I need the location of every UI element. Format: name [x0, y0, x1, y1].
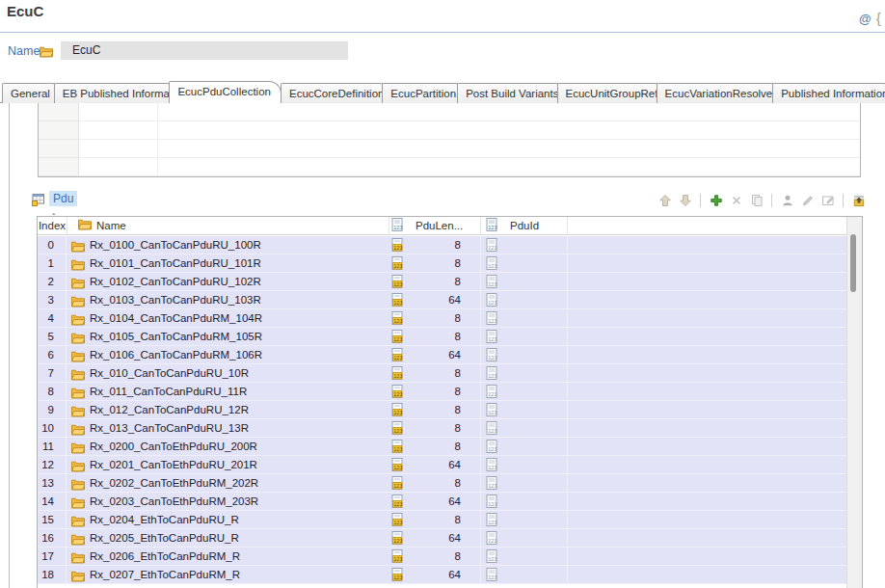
annotation-icon[interactable]: @	[859, 12, 872, 26]
svg-text:123: 123	[393, 336, 402, 342]
table-row[interactable]: 10Rx_013_CanToCanPduRU_13R1238123	[38, 419, 846, 438]
table-row[interactable]: 4Rx_0104_CanToCanPduRM_104R1238123	[38, 309, 846, 328]
column-divider	[567, 456, 568, 473]
table-row[interactable]: 18Rx_0207_EthToCanPduRM_R12364123	[38, 566, 846, 584]
tab-ecucpducollection[interactable]: EcucPduCollection	[169, 81, 282, 103]
column-header-name[interactable]: Name	[67, 217, 126, 234]
svg-text:123: 123	[488, 336, 496, 342]
tab-ecuccoredefinition[interactable]: EcucCoreDefinition	[281, 83, 383, 103]
table-row[interactable]: 17Rx_0206_EthToCanPduRM_R1238123	[38, 548, 846, 566]
svg-text:123: 123	[488, 501, 496, 507]
column-divider	[480, 456, 481, 473]
cell-name: Rx_012_CanToCanPduRU_12R	[90, 401, 249, 418]
cell-name: Rx_0101_CanToCanPduRU_101R	[90, 254, 261, 272]
column-divider	[66, 419, 67, 437]
svg-text:123: 123	[393, 410, 402, 415]
pdu-id-param-icon: 123	[486, 476, 497, 494]
cell-pdu-length: 8	[418, 474, 461, 492]
delete-icon[interactable]	[729, 193, 743, 207]
column-divider	[480, 419, 481, 437]
name-input[interactable]: EcuC	[61, 41, 348, 60]
svg-text:123: 123	[488, 391, 496, 397]
table-row[interactable]: 1Rx_0101_CanToCanPduRU_101R1238123	[38, 254, 846, 273]
tab-ecucvariationresolver[interactable]: EcucVariationResolver	[657, 83, 774, 103]
table-row[interactable]: 11Rx_0200_CanToEthPduRU_200R1238123	[38, 438, 846, 456]
table-row[interactable]: 8Rx_011_CanToCanPduRU_11R1238123	[38, 383, 846, 401]
tab-ecucpartition[interactable]: EcucPartition	[382, 83, 458, 103]
tab-bar: GeneralEB Published InformatEcucPduColle…	[2, 82, 885, 103]
brace-icon[interactable]: {	[876, 11, 881, 26]
tab-general[interactable]: General	[2, 83, 55, 103]
import-icon[interactable]	[851, 193, 866, 207]
vertical-scrollbar[interactable]	[846, 217, 862, 588]
column-header-pduid-label: PduId	[510, 220, 539, 231]
tab-post-build-variants[interactable]: Post Build Variants	[457, 83, 557, 103]
column-divider	[66, 493, 67, 510]
panel-border	[9, 103, 10, 588]
cell-index: 7	[38, 364, 54, 382]
move-down-icon[interactable]	[678, 193, 692, 207]
table-row[interactable]: 13Rx_0202_CanToEthPduRM_202R1238123	[38, 474, 846, 493]
pdu-id-param-icon: 123	[486, 531, 497, 548]
table-row[interactable]: 16Rx_0205_EthToCanPduRU_R12364123	[38, 529, 846, 548]
empty-config-table[interactable]	[38, 103, 861, 177]
pdu-length-param-icon: 123	[391, 256, 403, 274]
edit-cell-icon[interactable]	[820, 193, 835, 207]
column-divider	[567, 217, 568, 234]
empty-table-gutter	[39, 103, 79, 176]
cell-index: 13	[38, 474, 54, 492]
column-divider	[567, 493, 568, 510]
pdu-id-param-icon: 123	[486, 366, 497, 384]
table-row[interactable]: 5Rx_0105_CanToCanPduRM_105R1238123	[38, 328, 846, 346]
cell-name: Rx_0200_CanToEthPduRU_200R	[90, 438, 257, 455]
column-header-pdulength[interactable]: 123 PduLen...	[389, 217, 463, 234]
svg-text:123: 123	[393, 465, 402, 470]
column-divider	[567, 291, 568, 308]
column-divider	[567, 419, 568, 437]
svg-text:123: 123	[488, 373, 496, 379]
add-icon[interactable]	[709, 193, 723, 207]
cell-pdu-length: 8	[418, 548, 461, 565]
table-row[interactable]: 14Rx_0203_CanToEthPduRM_203R12364123	[38, 493, 846, 511]
column-header-pduid[interactable]: 123 PduId	[480, 217, 539, 234]
toolbar-separator	[843, 194, 844, 207]
table-row[interactable]: 15Rx_0204_EthToCanPduRU_R1238123	[38, 511, 846, 529]
stamp-icon[interactable]	[780, 193, 794, 207]
cell-index: 8	[38, 383, 54, 400]
tab-ecucunitgroupref[interactable]: EcucUnitGroupRef	[557, 83, 657, 103]
svg-text:123: 123	[488, 575, 496, 580]
column-header-index[interactable]: ˆ Index	[38, 217, 67, 234]
table-row[interactable]: 6Rx_0106_CanToCanPduRM_106R12364123	[38, 346, 846, 364]
cell-name: Rx_010_CanToCanPduRU_10R	[90, 364, 249, 382]
table-row[interactable]: 3Rx_0103_CanToCanPduRU_103R12364123	[38, 291, 846, 309]
cell-pdu-length: 64	[418, 291, 461, 308]
column-divider	[66, 456, 67, 473]
pdu-length-param-icon: 123	[391, 531, 403, 548]
cell-name: Rx_013_CanToCanPduRU_13R	[90, 419, 249, 437]
tab-published-information[interactable]: Published Information	[772, 83, 885, 103]
svg-text:123: 123	[488, 300, 496, 306]
column-divider	[66, 511, 67, 528]
scrollbar-thumb[interactable]	[850, 234, 856, 292]
pdu-length-param-icon: 123	[391, 549, 403, 567]
tab-eb-published-informat[interactable]: EB Published Informat	[54, 83, 171, 103]
cell-name: Rx_0103_CanToCanPduRU_103R	[90, 291, 261, 308]
table-row[interactable]: 2Rx_0102_CanToCanPduRU_102R1238123	[38, 273, 846, 291]
table-row[interactable]: 9Rx_012_CanToCanPduRU_12R1238123	[38, 401, 846, 419]
svg-text:123: 123	[488, 465, 496, 470]
cell-name: Rx_0104_CanToCanPduRM_104R	[90, 309, 262, 327]
pdu-id-param-icon: 123	[486, 348, 497, 365]
svg-text:123: 123	[488, 446, 496, 452]
cell-pdu-length: 8	[418, 328, 461, 345]
copy-icon[interactable]	[749, 193, 764, 207]
table-row[interactable]: 0Rx_0100_CanToCanPduRU_100R1238123	[38, 236, 846, 254]
table-row[interactable]: 7Rx_010_CanToCanPduRU_10R1238123	[38, 364, 846, 383]
toolbar-separator	[700, 194, 701, 207]
table-row[interactable]: 12Rx_0201_CanToEthPduRU_201R12364123	[38, 456, 846, 474]
pdu-list-label[interactable]: Pdu	[49, 191, 77, 206]
svg-text:123: 123	[393, 483, 402, 489]
folder-icon	[40, 44, 53, 62]
move-up-icon[interactable]	[657, 193, 672, 207]
cell-pdu-length: 8	[418, 236, 461, 254]
edit-icon[interactable]	[800, 193, 815, 207]
